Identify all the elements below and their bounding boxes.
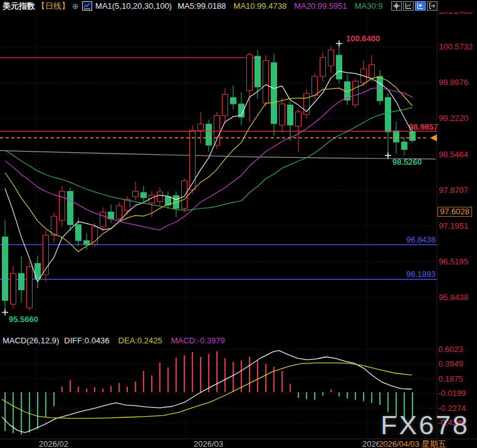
period-label[interactable]: 【日线】 <box>37 1 70 12</box>
date-label: 2026/02 <box>39 440 68 448</box>
date-label: 2026/04/03 星期五 <box>379 440 448 448</box>
chart-app: 美元指数 【日线】 ⊕ MA1(5,10,20,30,100) MA5:99.0… <box>0 0 477 448</box>
macd-header: MACD(26,12,9) DIFF:0.0436 DEA:0.2425 MAC… <box>3 336 225 345</box>
symbol-name: 美元指数 <box>3 1 35 12</box>
axis-chart-active-icon[interactable] <box>415 1 426 11</box>
ma-group-label: MA1(5,10,20,30,100) <box>95 1 172 11</box>
axis-chart-icon[interactable] <box>403 1 414 11</box>
chart-toolbar <box>391 1 438 11</box>
ma5-value: MA5:99.0188 <box>177 1 226 11</box>
ma30-value: MA30:9 <box>355 1 383 11</box>
fx678-watermark: FX678 <box>380 410 469 440</box>
date-axis[interactable]: 2026/022026/0320262026/04/03 星期五 <box>0 439 477 448</box>
ma20-value: MA20:99.5951 <box>294 1 347 11</box>
circle-plus-icon[interactable]: ⊕ <box>72 2 78 11</box>
macd-dea-value: DEA:0.2425 <box>118 336 162 345</box>
exit-arrow-icon[interactable] <box>427 1 438 11</box>
macd-diff-value: DIFF:0.0436 <box>64 336 109 345</box>
date-label: 2026 <box>362 440 380 448</box>
date-label: 2026/03 <box>194 440 223 448</box>
macd-macd-value: MACD:-0.3979 <box>171 336 225 345</box>
macd-params-label: MACD(26,12,9) <box>3 336 59 345</box>
chart-canvas[interactable] <box>0 0 477 448</box>
mini-chart-icon[interactable] <box>82 1 92 11</box>
move-crosshair-icon[interactable] <box>391 1 402 11</box>
ma10-value: MA10:99.4738 <box>234 1 287 11</box>
